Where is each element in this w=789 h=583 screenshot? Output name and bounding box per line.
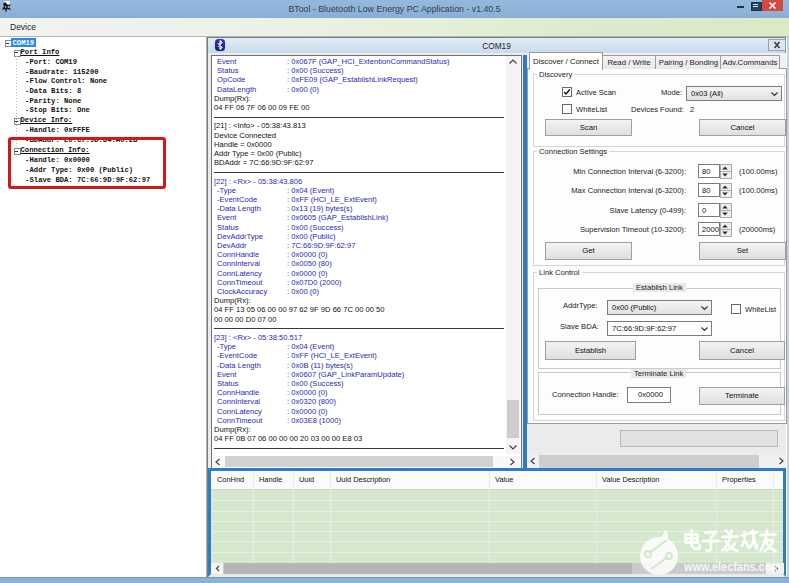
- svg-text:www.elecfans.com: www.elecfans.com: [683, 559, 781, 574]
